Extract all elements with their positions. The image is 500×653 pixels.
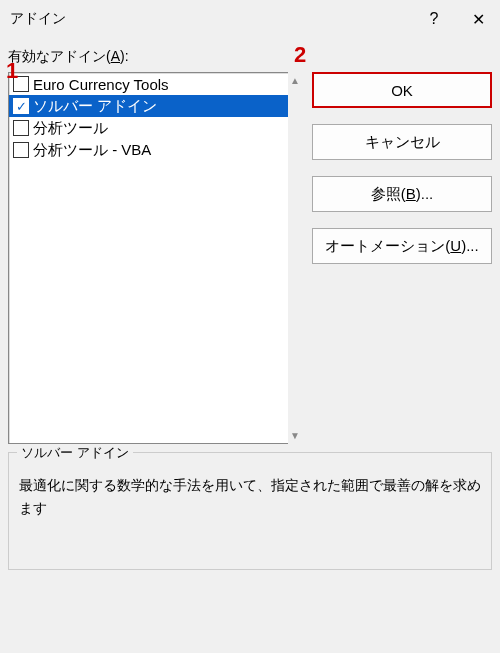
annotation-2: 2 xyxy=(294,42,306,68)
annotation-1: 1 xyxy=(6,58,18,84)
list-item[interactable]: Euro Currency Tools xyxy=(9,73,289,95)
dialog-content: 有効なアドイン(A): Euro Currency Tools✓ソルバー アドイ… xyxy=(8,48,492,645)
help-button[interactable]: ? xyxy=(412,0,456,38)
browse-button[interactable]: 参照(B)... xyxy=(312,176,492,212)
groupbox-legend: ソルバー アドイン xyxy=(17,444,133,462)
checkbox-icon[interactable]: ✓ xyxy=(13,98,29,114)
titlebar: アドイン ? ✕ xyxy=(0,0,500,38)
close-button[interactable]: ✕ xyxy=(456,0,500,38)
checkbox-icon[interactable] xyxy=(13,142,29,158)
ok-button[interactable]: OK xyxy=(312,72,492,108)
list-item-label: ソルバー アドイン xyxy=(33,97,157,116)
button-column: OK キャンセル 参照(B)... オートメーション(U)... xyxy=(312,72,492,280)
list-item-label: Euro Currency Tools xyxy=(33,76,169,93)
automation-button[interactable]: オートメーション(U)... xyxy=(312,228,492,264)
list-label: 有効なアドイン(A): xyxy=(8,48,492,66)
browse-label: 参照(B)... xyxy=(371,185,434,204)
dialog-title: アドイン xyxy=(10,10,412,28)
addins-dialog: アドイン ? ✕ 1 2 有効なアドイン(A): Euro Currency T… xyxy=(0,0,500,653)
cancel-button[interactable]: キャンセル xyxy=(312,124,492,160)
list-item[interactable]: 分析ツール - VBA xyxy=(9,139,289,161)
description-groupbox: ソルバー アドイン 最適化に関する数学的な手法を用いて、指定された範囲で最善の解… xyxy=(8,452,492,570)
scrollbar[interactable]: ▲ ▼ xyxy=(288,72,302,444)
list-item-label: 分析ツール - VBA xyxy=(33,141,151,160)
list-label-pre: 有効なアドイン( xyxy=(8,48,111,64)
scroll-up-icon[interactable]: ▲ xyxy=(290,75,300,86)
automation-label: オートメーション(U)... xyxy=(325,237,478,256)
list-item[interactable]: ✓ソルバー アドイン xyxy=(9,95,289,117)
groupbox-description: 最適化に関する数学的な手法を用いて、指定された範囲で最善の解を求めます xyxy=(19,475,481,521)
scroll-down-icon[interactable]: ▼ xyxy=(290,430,300,441)
list-item-label: 分析ツール xyxy=(33,119,108,138)
list-area: Euro Currency Tools✓ソルバー アドイン分析ツール分析ツール … xyxy=(8,72,302,444)
list-label-key: A xyxy=(111,48,120,64)
checkbox-icon[interactable] xyxy=(13,120,29,136)
list-item[interactable]: 分析ツール xyxy=(9,117,289,139)
list-label-post: ): xyxy=(120,48,129,64)
addins-listbox[interactable]: Euro Currency Tools✓ソルバー アドイン分析ツール分析ツール … xyxy=(8,72,290,444)
